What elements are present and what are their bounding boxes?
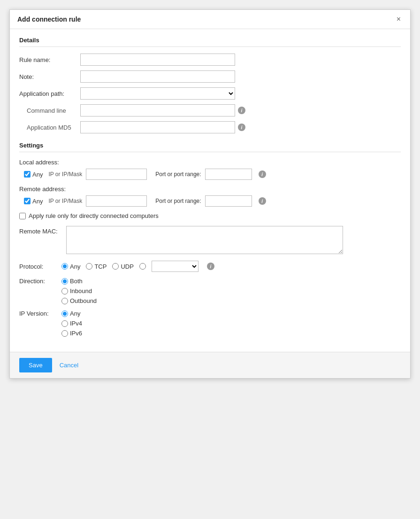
protocol-radio-group: Any TCP UDP i xyxy=(61,261,214,272)
dialog-title: Add connection rule xyxy=(17,15,81,23)
protocol-tcp-text: TCP xyxy=(94,263,107,270)
remote-any-label: Any xyxy=(32,198,43,205)
apply-rule-label: Apply rule only for directly connected c… xyxy=(29,212,159,219)
protocol-label: Protocol: xyxy=(19,263,61,270)
ip-version-any-row: IP Version: Any xyxy=(19,310,401,317)
settings-divider xyxy=(19,152,401,152)
application-md5-info-icon: i xyxy=(238,124,245,131)
application-md5-row: Application MD5 i xyxy=(19,121,401,133)
remote-ip-input[interactable] xyxy=(86,195,147,207)
protocol-other-label[interactable] xyxy=(139,263,146,270)
protocol-any-label[interactable]: Any xyxy=(61,263,80,270)
ip-version-ipv4-text: IPv4 xyxy=(70,320,82,327)
ip-version-ipv4-radio[interactable] xyxy=(61,320,68,327)
ip-version-ipv4-label[interactable]: IPv4 xyxy=(61,320,82,327)
local-any-checkbox[interactable] xyxy=(24,171,31,178)
remote-mac-label: Remote MAC: xyxy=(19,226,66,235)
local-address-group: Local address: Any IP or IP/Mask Port or… xyxy=(19,159,401,180)
application-md5-input[interactable] xyxy=(80,121,235,133)
ip-version-ipv4-row: IPv4 xyxy=(19,320,401,327)
rule-name-input[interactable] xyxy=(80,54,235,66)
protocol-udp-label[interactable]: UDP xyxy=(112,263,133,270)
command-line-row: Command line i xyxy=(19,104,401,116)
details-heading: Details xyxy=(19,37,401,44)
local-port-input[interactable] xyxy=(205,169,252,180)
protocol-row: Protocol: Any TCP UDP xyxy=(19,261,401,272)
remote-port-range-label: Port or port range: xyxy=(155,198,201,204)
application-path-row: Application path: xyxy=(19,87,401,100)
direction-label: Direction: xyxy=(19,278,61,285)
apply-rule-row: Apply rule only for directly connected c… xyxy=(19,212,401,219)
save-button[interactable]: Save xyxy=(19,358,52,372)
remote-any-checkbox[interactable] xyxy=(24,198,31,204)
protocol-udp-text: UDP xyxy=(121,263,133,270)
direction-outbound-text: Outbound xyxy=(70,297,97,304)
cancel-button[interactable]: Cancel xyxy=(58,358,80,372)
local-address-label: Local address: xyxy=(19,159,401,166)
remote-mac-textarea[interactable] xyxy=(66,226,343,254)
ip-version-ipv6-radio[interactable] xyxy=(61,330,68,337)
command-line-label: Command line xyxy=(19,107,80,114)
add-connection-rule-dialog: Add connection rule × Details Rule name:… xyxy=(9,9,411,379)
local-ip-mask-label: IP or IP/Mask xyxy=(48,171,82,178)
details-divider xyxy=(19,46,401,47)
protocol-other-radio[interactable] xyxy=(139,263,146,270)
settings-section: Settings Local address: Any IP or IP/Mas… xyxy=(19,142,401,337)
local-any-label: Any xyxy=(32,171,43,178)
ip-version-label: IP Version: xyxy=(19,310,61,317)
note-label: Note: xyxy=(19,73,80,80)
direction-outbound-label[interactable]: Outbound xyxy=(61,297,97,304)
ip-version-any-label[interactable]: Any xyxy=(61,310,80,317)
protocol-other-select[interactable] xyxy=(152,261,199,272)
ip-version-ipv6-row: IPv6 xyxy=(19,330,401,337)
note-input[interactable] xyxy=(80,70,235,83)
dialog-footer: Save Cancel xyxy=(10,352,410,378)
direction-group: Direction: Both Inbound xyxy=(19,278,401,304)
ip-version-ipv6-text: IPv6 xyxy=(70,330,82,337)
direction-both-radio[interactable] xyxy=(61,278,68,285)
command-line-input[interactable] xyxy=(80,104,235,116)
protocol-any-text: Any xyxy=(70,263,80,270)
direction-inbound-text: Inbound xyxy=(70,287,92,294)
apply-rule-checkbox[interactable] xyxy=(19,213,26,219)
rule-name-label: Rule name: xyxy=(19,56,80,63)
note-row: Note: xyxy=(19,70,401,83)
direction-both-label[interactable]: Both xyxy=(61,278,83,285)
ip-version-group: IP Version: Any IPv4 xyxy=(19,310,401,337)
remote-address-row: Any IP or IP/Mask Port or port range: i xyxy=(19,195,401,207)
protocol-tcp-label[interactable]: TCP xyxy=(86,263,107,270)
remote-port-input[interactable] xyxy=(205,195,252,207)
application-md5-label: Application MD5 xyxy=(19,124,80,131)
direction-inbound-label[interactable]: Inbound xyxy=(61,287,92,294)
protocol-info-icon: i xyxy=(207,263,214,270)
remote-address-label: Remote address: xyxy=(19,186,401,193)
close-button[interactable]: × xyxy=(395,15,403,24)
direction-outbound-radio[interactable] xyxy=(61,298,68,304)
direction-both-text: Both xyxy=(70,278,83,285)
direction-outbound-row: Outbound xyxy=(19,297,401,304)
remote-port-info-icon: i xyxy=(259,197,266,205)
protocol-tcp-radio[interactable] xyxy=(86,263,92,270)
local-any-checkbox-label[interactable]: Any xyxy=(24,171,43,178)
local-port-info-icon: i xyxy=(259,170,266,178)
details-section: Details Rule name: Note: Application pat… xyxy=(19,37,401,133)
local-address-row: Any IP or IP/Mask Port or port range: i xyxy=(19,169,401,180)
protocol-any-radio[interactable] xyxy=(61,263,68,270)
local-ip-input[interactable] xyxy=(86,169,147,180)
remote-mac-row: Remote MAC: xyxy=(19,226,401,254)
direction-both-row: Direction: Both xyxy=(19,278,401,285)
ip-version-any-radio[interactable] xyxy=(61,310,68,317)
remote-ip-mask-label: IP or IP/Mask xyxy=(48,198,82,204)
direction-inbound-row: Inbound xyxy=(19,287,401,294)
dialog-header: Add connection rule × xyxy=(10,10,410,29)
direction-inbound-radio[interactable] xyxy=(61,288,68,294)
protocol-udp-radio[interactable] xyxy=(112,263,119,270)
application-path-label: Application path: xyxy=(19,90,80,97)
rule-name-row: Rule name: xyxy=(19,54,401,66)
application-path-select[interactable] xyxy=(80,87,235,100)
command-line-info-icon: i xyxy=(238,107,245,114)
dialog-body: Details Rule name: Note: Application pat… xyxy=(10,29,410,352)
ip-version-any-text: Any xyxy=(70,310,80,317)
remote-any-checkbox-label[interactable]: Any xyxy=(24,198,43,205)
ip-version-ipv6-label[interactable]: IPv6 xyxy=(61,330,82,337)
